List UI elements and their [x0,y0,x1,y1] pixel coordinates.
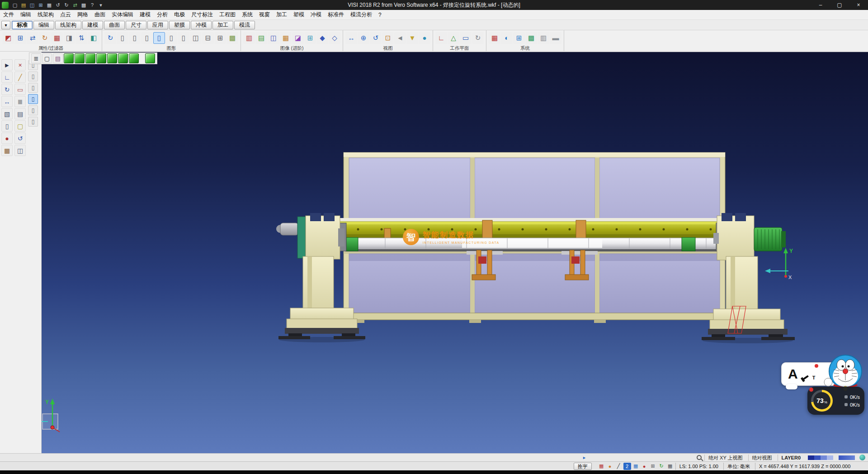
visi-logo[interactable] [2,2,9,9]
tab-moldflow[interactable]: 模流 [234,21,255,29]
layer-color-swatch[interactable] [827,455,833,460]
texture-icon[interactable]: ▦ [1,145,13,156]
shading-advanced-icon[interactable]: ◇ [329,32,340,44]
view-filter-icon[interactable]: ▼ [406,32,418,44]
menu-machining[interactable]: 加工 [273,10,290,19]
menu-moldflow[interactable]: 模流分析 [347,10,375,19]
menu-modeling[interactable]: 建模 [137,10,154,19]
positioner-beam[interactable] [335,218,727,251]
minimize-button[interactable]: – [811,0,830,10]
attributes-icon[interactable]: ◩ [2,32,14,44]
doc-slot-5-icon[interactable]: ▯ [28,105,38,115]
doc-slot-3-icon[interactable]: ▯ [28,83,38,93]
image-orange-icon[interactable]: ▦ [280,32,292,44]
attribute-copy-icon[interactable]: ⊞ [14,32,26,44]
undo-icon[interactable]: ↺ [54,1,62,9]
solid-icon[interactable]: ▧ [1,108,13,119]
assistant-widget[interactable]: A T [776,354,864,418]
layer-color-swatch[interactable] [821,455,827,460]
menu-die[interactable]: 冲模 [307,10,325,19]
system-colors-icon[interactable]: ▦ [489,32,500,44]
doc-slot-2-icon[interactable]: ▯ [28,71,38,81]
shading-icon[interactable]: ◆ [316,32,328,44]
view-palette-icon[interactable]: ▤ [53,53,63,63]
tab-modeling[interactable]: 建模 [82,21,103,29]
layer-box-icon[interactable]: ◫ [190,32,202,44]
trim-icon[interactable]: × [14,59,26,71]
tab-application[interactable]: 应用 [147,21,168,29]
workplane-xy-icon[interactable]: ∟ [435,32,447,44]
layer-cylinder-4-icon[interactable]: ▯ [165,32,177,44]
line-style-preview[interactable] [839,455,855,460]
help-icon[interactable]: ? [88,1,96,9]
filter-refresh-icon[interactable]: ↻ [39,32,51,44]
previous-view-icon[interactable]: ◄ [394,32,406,44]
snap-button[interactable]: 拴宇 [574,463,592,470]
rotate-view-icon[interactable]: ↺ [370,32,382,44]
save-file-icon[interactable]: ◫ [28,1,36,9]
tab-surface[interactable]: 曲面 [104,21,125,29]
menu-surface[interactable]: 曲面 [91,10,108,19]
status-grid-icon[interactable]: ⊞ [649,463,657,470]
zoom-status-icon[interactable] [697,455,702,460]
save-all-icon[interactable]: ⊞ [37,1,45,9]
annotate-icon[interactable]: ▢ [14,120,26,132]
new-file-icon[interactable]: ▢ [11,1,19,9]
menu-solid-edit[interactable]: 实体编辑 [108,10,137,19]
view-cube-right-icon[interactable] [85,53,95,63]
menu-wireframe[interactable]: 线架构 [34,10,57,19]
view-cube-front-icon[interactable] [75,53,85,63]
cylinder-icon[interactable]: ▯ [1,120,13,132]
layers-icon[interactable]: ≣ [14,96,26,107]
undo-tool-icon[interactable]: ↺ [14,133,26,144]
menu-standard-parts[interactable]: 标准件 [325,10,347,19]
viewport-window-icon[interactable]: ▢ [42,53,52,63]
system-calc-icon[interactable]: ▥ [538,32,549,44]
layer-cylinder-2-icon[interactable]: ▯ [129,32,141,44]
layer-add-icon[interactable]: ⊞ [214,32,226,44]
status-target-icon[interactable]: ● [606,463,614,470]
tab-die[interactable]: 冲模 [191,21,212,29]
menu-help[interactable]: ? [375,10,385,19]
viewport-3d[interactable]: 智 智能制造数据 INTELLIGENT MANUFACTURING DATA … [42,52,868,453]
view-cube-shaded-icon[interactable] [145,53,155,63]
duplicate-icon[interactable]: ◫ [14,145,26,156]
prompt-icon[interactable]: ► [582,455,586,460]
status-globe-icon[interactable] [859,455,865,460]
status-palette-icon[interactable]: ▦ [632,463,640,470]
image-blue-icon[interactable]: ◫ [268,32,279,44]
network-monitor-badge[interactable]: 73 % 0K/s [807,387,864,415]
status-refresh-icon[interactable]: ↻ [658,463,665,470]
doc-slot-4-icon[interactable]: ▯ [28,94,38,104]
system-table-icon[interactable]: ⊞ [513,32,525,44]
menu-analysis[interactable]: 分析 [154,10,171,19]
active-layer-status[interactable]: LAYER0 [778,455,804,461]
view-cube-bottom-icon[interactable] [118,53,128,63]
status-layers-icon[interactable]: ▦ [666,463,674,470]
menu-edit[interactable]: 编辑 [17,10,34,19]
settings-icon[interactable]: ▩ [80,1,88,9]
maximize-button[interactable]: ▢ [830,0,849,10]
tab-edit[interactable]: 编辑 [33,21,54,29]
rotate-icon[interactable]: ↻ [1,84,13,95]
open-file-icon[interactable]: ▤ [19,1,28,9]
status-pencil-icon[interactable]: ╱ [615,463,623,470]
close-button[interactable]: × [849,0,868,10]
tab-dimension[interactable]: 尺寸 [126,21,146,29]
view-cube-left-icon[interactable] [96,53,106,63]
menu-drafting[interactable]: 工程图 [216,10,239,19]
filter-reset-icon[interactable]: ◧ [88,32,99,44]
menu-mold[interactable]: 塑模 [290,10,307,19]
sheet-icon[interactable]: ▤ [14,108,26,119]
filter-grid-icon[interactable]: ▦ [51,32,63,44]
menu-file[interactable]: 文件 [0,10,17,19]
workplane-view-icon[interactable]: ▭ [460,32,472,44]
status-point-icon[interactable]: ● [641,463,648,470]
menu-window[interactable]: 视窗 [256,10,273,19]
view-cube-top-icon[interactable] [64,53,74,63]
layer-color-swatches[interactable] [808,455,833,460]
customize-arrow-icon[interactable]: ▾ [97,1,105,9]
select-icon[interactable]: ► [1,59,13,71]
move-icon[interactable]: ↔ [1,96,13,107]
layer-cylinder-5-icon[interactable]: ▯ [178,32,189,44]
